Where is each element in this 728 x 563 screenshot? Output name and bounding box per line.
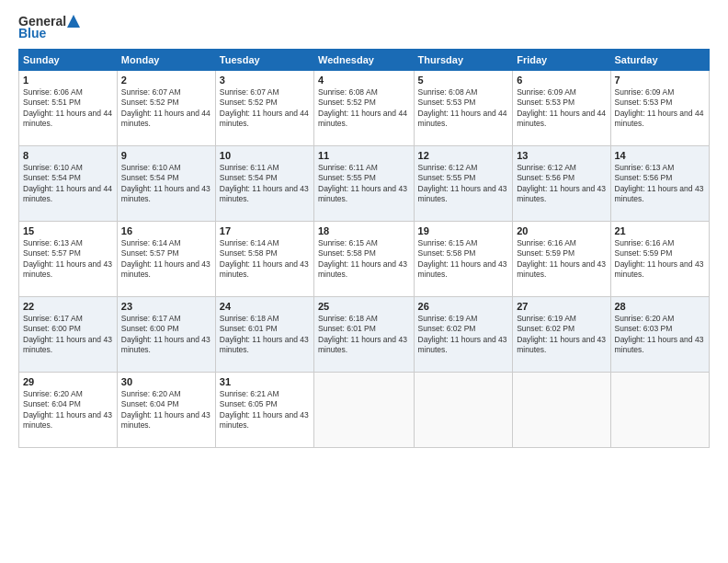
day-number: 16 xyxy=(121,225,211,236)
day-info: Sunrise: 6:12 AM Sunset: 5:56 PM Dayligh… xyxy=(517,163,606,205)
day-number: 13 xyxy=(517,150,606,161)
daylight-label: Daylight: 11 hours and 43 minutes. xyxy=(220,259,309,279)
day-number: 26 xyxy=(418,301,509,312)
day-info: Sunrise: 6:21 AM Sunset: 6:05 PM Dayligh… xyxy=(220,389,310,431)
day-info: Sunrise: 6:16 AM Sunset: 5:59 PM Dayligh… xyxy=(615,238,706,281)
logo: General Blue xyxy=(18,15,81,40)
sunset-label: Sunset: 6:00 PM xyxy=(121,324,179,333)
table-cell: 2 Sunrise: 6:07 AM Sunset: 5:52 PM Dayli… xyxy=(117,71,215,146)
day-info: Sunrise: 6:14 AM Sunset: 5:57 PM Dayligh… xyxy=(121,238,211,281)
sunrise-label: Sunrise: 6:17 AM xyxy=(23,314,83,323)
sunset-label: Sunset: 5:59 PM xyxy=(517,248,574,258)
table-cell: 3 Sunrise: 6:07 AM Sunset: 5:52 PM Dayli… xyxy=(215,71,313,146)
daylight-label: Daylight: 11 hours and 43 minutes. xyxy=(121,184,210,203)
day-number: 30 xyxy=(121,376,211,387)
sunrise-label: Sunrise: 6:21 AM xyxy=(220,389,279,398)
daylight-label: Daylight: 11 hours and 44 minutes. xyxy=(615,109,704,128)
table-cell: 14 Sunrise: 6:13 AM Sunset: 5:56 PM Dayl… xyxy=(610,146,710,222)
sunrise-label: Sunrise: 6:20 AM xyxy=(615,314,675,323)
sunrise-label: Sunrise: 6:17 AM xyxy=(121,314,181,323)
day-info: Sunrise: 6:13 AM Sunset: 5:56 PM Dayligh… xyxy=(615,163,706,205)
sunset-label: Sunset: 6:02 PM xyxy=(517,324,574,333)
table-cell: 18 Sunrise: 6:15 AM Sunset: 5:58 PM Dayl… xyxy=(314,222,415,297)
daylight-label: Daylight: 11 hours and 43 minutes. xyxy=(615,184,704,203)
sunrise-label: Sunrise: 6:10 AM xyxy=(121,163,181,172)
sunset-label: Sunset: 5:53 PM xyxy=(615,98,673,107)
table-cell xyxy=(610,373,710,448)
day-info: Sunrise: 6:07 AM Sunset: 5:52 PM Dayligh… xyxy=(121,87,211,130)
day-number: 3 xyxy=(220,75,310,86)
sunrise-label: Sunrise: 6:13 AM xyxy=(23,238,83,247)
table-cell xyxy=(314,373,415,448)
header: General Blue xyxy=(18,15,710,40)
day-info: Sunrise: 6:10 AM Sunset: 5:54 PM Dayligh… xyxy=(23,163,113,205)
day-number: 17 xyxy=(220,225,310,236)
sunrise-label: Sunrise: 6:07 AM xyxy=(220,87,279,97)
day-info: Sunrise: 6:20 AM Sunset: 6:04 PM Dayligh… xyxy=(23,389,113,431)
table-cell: 15 Sunrise: 6:13 AM Sunset: 5:57 PM Dayl… xyxy=(19,222,118,297)
sunset-label: Sunset: 6:03 PM xyxy=(615,324,673,333)
week-row-2: 8 Sunrise: 6:10 AM Sunset: 5:54 PM Dayli… xyxy=(19,146,710,222)
sunset-label: Sunset: 5:58 PM xyxy=(318,248,376,258)
sunset-label: Sunset: 5:52 PM xyxy=(121,98,179,107)
sunrise-label: Sunrise: 6:16 AM xyxy=(615,238,675,247)
sunrise-label: Sunrise: 6:14 AM xyxy=(220,238,279,247)
header-thursday: Thursday xyxy=(414,50,513,71)
sunrise-label: Sunrise: 6:11 AM xyxy=(220,163,279,172)
sunset-label: Sunset: 5:54 PM xyxy=(23,173,81,182)
daylight-label: Daylight: 11 hours and 43 minutes. xyxy=(23,259,112,279)
day-number: 18 xyxy=(318,225,410,236)
table-cell: 25 Sunrise: 6:18 AM Sunset: 6:01 PM Dayl… xyxy=(314,297,415,373)
daylight-label: Daylight: 11 hours and 44 minutes. xyxy=(517,109,606,128)
sunrise-label: Sunrise: 6:16 AM xyxy=(517,238,576,247)
daylight-label: Daylight: 11 hours and 44 minutes. xyxy=(23,109,112,128)
sunset-label: Sunset: 6:05 PM xyxy=(220,399,278,408)
sunrise-label: Sunrise: 6:11 AM xyxy=(318,163,378,172)
day-number: 11 xyxy=(318,150,410,161)
table-cell: 17 Sunrise: 6:14 AM Sunset: 5:58 PM Dayl… xyxy=(215,222,313,297)
day-info: Sunrise: 6:19 AM Sunset: 6:02 PM Dayligh… xyxy=(418,314,509,356)
sunrise-label: Sunrise: 6:20 AM xyxy=(121,389,181,398)
header-friday: Friday xyxy=(513,50,610,71)
table-cell: 31 Sunrise: 6:21 AM Sunset: 6:05 PM Dayl… xyxy=(215,373,313,448)
day-number: 5 xyxy=(418,75,509,86)
table-cell: 22 Sunrise: 6:17 AM Sunset: 6:00 PM Dayl… xyxy=(19,297,118,373)
sunset-label: Sunset: 5:56 PM xyxy=(517,173,574,182)
daylight-label: Daylight: 11 hours and 43 minutes. xyxy=(220,335,309,354)
week-row-4: 22 Sunrise: 6:17 AM Sunset: 6:00 PM Dayl… xyxy=(19,297,710,373)
table-cell xyxy=(414,373,513,448)
day-info: Sunrise: 6:17 AM Sunset: 6:00 PM Dayligh… xyxy=(121,314,211,356)
sunrise-label: Sunrise: 6:19 AM xyxy=(517,314,576,323)
day-number: 8 xyxy=(23,150,113,161)
table-cell: 11 Sunrise: 6:11 AM Sunset: 5:55 PM Dayl… xyxy=(314,146,415,222)
sunrise-label: Sunrise: 6:09 AM xyxy=(517,87,576,97)
day-number: 29 xyxy=(23,376,113,387)
table-cell: 7 Sunrise: 6:09 AM Sunset: 5:53 PM Dayli… xyxy=(610,71,710,146)
day-number: 14 xyxy=(615,150,706,161)
sunset-label: Sunset: 6:01 PM xyxy=(318,324,376,333)
daylight-label: Daylight: 11 hours and 43 minutes. xyxy=(418,335,507,354)
table-cell: 10 Sunrise: 6:11 AM Sunset: 5:54 PM Dayl… xyxy=(215,146,313,222)
sunset-label: Sunset: 6:04 PM xyxy=(23,399,81,408)
table-cell: 24 Sunrise: 6:18 AM Sunset: 6:01 PM Dayl… xyxy=(215,297,313,373)
table-cell: 19 Sunrise: 6:15 AM Sunset: 5:58 PM Dayl… xyxy=(414,222,513,297)
sunset-label: Sunset: 5:52 PM xyxy=(318,98,376,107)
header-sunday: Sunday xyxy=(19,50,118,71)
sunrise-label: Sunrise: 6:06 AM xyxy=(23,87,83,97)
logo-triangle-icon xyxy=(67,15,80,28)
page: General Blue SundayMondayTuesdayWednesda… xyxy=(0,0,728,563)
header-tuesday: Tuesday xyxy=(215,50,313,71)
day-info: Sunrise: 6:10 AM Sunset: 5:54 PM Dayligh… xyxy=(121,163,211,205)
sunrise-label: Sunrise: 6:12 AM xyxy=(418,163,478,172)
day-number: 31 xyxy=(220,376,310,387)
sunrise-label: Sunrise: 6:10 AM xyxy=(23,163,83,172)
sunset-label: Sunset: 5:55 PM xyxy=(418,173,476,182)
daylight-label: Daylight: 11 hours and 43 minutes. xyxy=(23,335,112,354)
table-cell: 20 Sunrise: 6:16 AM Sunset: 5:59 PM Dayl… xyxy=(513,222,610,297)
sunset-label: Sunset: 5:53 PM xyxy=(517,98,574,107)
table-cell: 4 Sunrise: 6:08 AM Sunset: 5:52 PM Dayli… xyxy=(314,71,415,146)
day-number: 6 xyxy=(517,75,606,86)
logo-blue-text: Blue xyxy=(18,27,81,40)
sunset-label: Sunset: 5:52 PM xyxy=(220,98,278,107)
day-number: 22 xyxy=(23,301,113,312)
